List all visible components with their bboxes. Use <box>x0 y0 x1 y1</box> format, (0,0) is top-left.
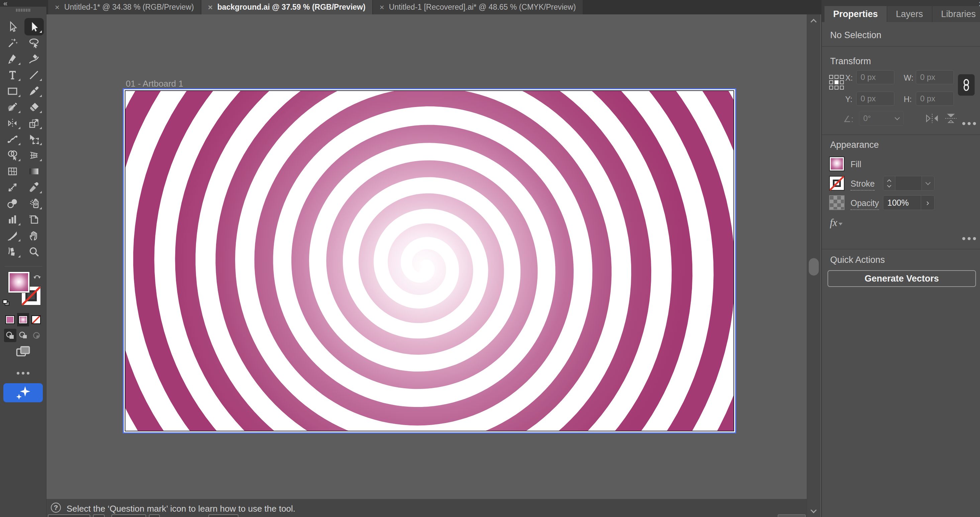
quick-actions-title: Quick Actions <box>830 255 885 265</box>
gradient-tool[interactable] <box>24 163 45 179</box>
stroke-weight-control[interactable] <box>883 176 934 191</box>
reference-point-grid-icon[interactable] <box>829 75 845 90</box>
curvature-tool[interactable] <box>24 51 45 67</box>
x-label: X: <box>845 73 853 83</box>
zoom-tool[interactable] <box>24 243 45 259</box>
collapse-panel-icon[interactable]: « <box>3 0 7 8</box>
generate-vectors-button[interactable]: Generate Vectors <box>827 270 976 287</box>
paintbrush-tool[interactable] <box>24 83 45 99</box>
vertical-scrollbar[interactable] <box>807 14 821 517</box>
fill-swatch[interactable] <box>829 156 845 171</box>
edit-toolbar-more-icon[interactable] <box>13 370 33 377</box>
warp-tool[interactable] <box>2 243 24 259</box>
flip-horizontal-icon[interactable] <box>925 112 940 124</box>
canvas-pasteboard[interactable]: 01 - Artboard 1 <box>46 14 807 499</box>
y-label: Y: <box>845 95 852 104</box>
color-gradient-button[interactable] <box>17 313 29 326</box>
tab-properties[interactable]: Properties <box>824 6 887 22</box>
opacity-label[interactable]: Opacity <box>851 198 879 210</box>
measure-tool[interactable] <box>2 179 24 195</box>
opacity-control[interactable]: 100% › <box>883 195 934 210</box>
eyedropper-tool[interactable] <box>24 179 45 195</box>
artboard-label[interactable]: 01 - Artboard 1 <box>126 79 183 89</box>
appearance-more-options[interactable] <box>959 236 979 241</box>
draw-inside-button[interactable] <box>30 329 43 342</box>
toolbar <box>0 7 46 517</box>
y-input[interactable]: 0 px <box>856 92 894 106</box>
selection-tool[interactable] <box>24 19 45 35</box>
stroke-label[interactable]: Stroke <box>851 179 875 191</box>
draw-normal-button[interactable] <box>4 329 16 342</box>
scroll-down-icon[interactable] <box>810 507 816 513</box>
fill-color-chip[interactable] <box>8 272 30 293</box>
scale-tool[interactable] <box>24 115 45 131</box>
w-input[interactable]: 0 px <box>916 70 954 84</box>
stroke-weight-input[interactable] <box>896 176 921 190</box>
shape-builder-tool[interactable] <box>2 147 24 163</box>
slice-tool[interactable] <box>2 227 24 243</box>
properties-panel: › Properties Layers Libraries No Selecti… <box>821 0 980 517</box>
toolbar-divider <box>5 266 42 267</box>
cutoff-control <box>93 514 105 517</box>
eraser-tool[interactable] <box>24 99 45 115</box>
symbol-sprayer-tool[interactable] <box>24 195 45 212</box>
h-input[interactable]: 0 px <box>916 92 954 106</box>
screen-mode-icon[interactable] <box>15 344 32 359</box>
help-question-icon[interactable]: ? <box>51 503 61 513</box>
opacity-input[interactable]: 100% <box>883 196 921 210</box>
mesh-tool[interactable] <box>2 163 24 179</box>
transform-more-options[interactable] <box>959 121 979 126</box>
swap-fill-stroke-icon[interactable] <box>33 274 41 280</box>
generative-ai-button[interactable] <box>3 383 43 402</box>
stroke-swatch[interactable] <box>829 176 845 191</box>
scroll-up-icon[interactable] <box>810 19 816 25</box>
width-tool[interactable] <box>2 131 24 147</box>
scrollbar-thumb[interactable] <box>809 258 819 275</box>
opacity-swatch[interactable] <box>829 195 845 210</box>
chevron-down-icon[interactable] <box>921 176 934 190</box>
close-tab-icon[interactable]: × <box>208 3 213 11</box>
tab-untitled-1[interactable]: × Untitled-1* @ 34.38 % (RGB/Preview) <box>48 0 201 14</box>
rotate-angle-select[interactable]: 0° <box>859 111 904 126</box>
tab-background-ai[interactable]: × background.ai @ 37.59 % (RGB/Preview) <box>201 0 372 14</box>
toolbar-grip-handle[interactable] <box>16 9 31 12</box>
stroke-weight-stepper[interactable] <box>883 176 896 190</box>
cutoff-control <box>48 514 90 517</box>
flip-vertical-icon[interactable] <box>943 112 958 124</box>
reflect-tool[interactable] <box>2 115 24 131</box>
line-segment-tool[interactable] <box>24 67 45 83</box>
draw-behind-button[interactable] <box>17 329 29 342</box>
tab-label: background.ai @ 37.59 % (RGB/Preview) <box>217 3 366 12</box>
close-tab-icon[interactable]: × <box>380 3 384 11</box>
rectangle-tool[interactable] <box>2 83 24 99</box>
cutoff-control <box>208 514 239 517</box>
panel-tabs: Properties Layers Libraries <box>822 6 980 22</box>
color-solid-button[interactable] <box>4 313 16 326</box>
blend-tool[interactable] <box>2 195 24 212</box>
color-none-button[interactable] <box>30 313 42 326</box>
pen-tool[interactable] <box>2 51 24 67</box>
toolbar-header: « <box>0 0 46 7</box>
artboard[interactable] <box>126 91 733 431</box>
perspective-grid-tool[interactable] <box>24 147 45 163</box>
hand-tool[interactable] <box>24 227 45 243</box>
default-fill-stroke-icon[interactable] <box>3 300 11 307</box>
type-tool[interactable] <box>2 67 24 83</box>
free-transform-tool[interactable] <box>24 131 45 147</box>
opacity-options-icon[interactable]: › <box>921 196 934 210</box>
x-input[interactable]: 0 px <box>856 70 894 84</box>
close-tab-icon[interactable]: × <box>55 3 59 11</box>
direct-selection-tool[interactable] <box>2 19 24 35</box>
magic-wand-tool[interactable] <box>2 35 24 51</box>
tab-untitled-1-recovered[interactable]: × Untitled-1 [Recovered].ai* @ 48.65 % (… <box>373 0 583 14</box>
shaper-tool[interactable] <box>2 99 24 115</box>
fill-label: Fill <box>851 159 861 169</box>
tab-layers[interactable]: Layers <box>887 6 932 22</box>
effects-fx-button[interactable]: fx <box>830 217 843 229</box>
lasso-tool[interactable] <box>24 35 45 51</box>
constrain-proportions-link-icon[interactable] <box>958 74 975 95</box>
tab-libraries[interactable]: Libraries <box>932 6 980 22</box>
column-graph-tool[interactable] <box>2 212 24 227</box>
artboard-tool[interactable] <box>24 212 45 227</box>
tab-label: Untitled-1* @ 34.38 % (RGB/Preview) <box>64 3 194 12</box>
